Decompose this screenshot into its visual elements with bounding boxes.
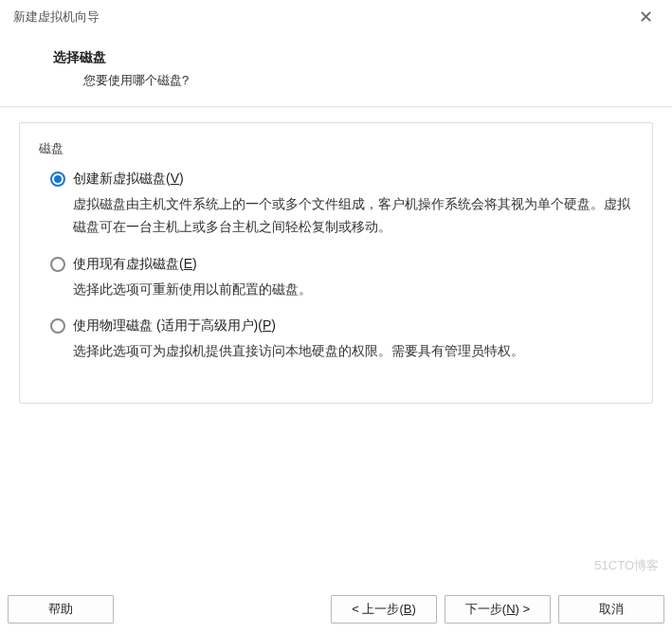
radio-icon xyxy=(50,318,65,334)
header-section: 选择磁盘 您要使用哪个磁盘? xyxy=(0,32,672,106)
titlebar: 新建虚拟机向导 ✕ xyxy=(0,0,672,32)
radio-description: 选择此选项可为虚拟机提供直接访问本地硬盘的权限。需要具有管理员特权。 xyxy=(73,340,633,363)
radio-option-physical: 使用物理磁盘 (适用于高级用户)(P) 选择此选项可为虚拟机提供直接访问本地硬盘… xyxy=(50,317,633,363)
radio-label: 创建新虚拟磁盘(V) xyxy=(73,171,184,188)
radio-label: 使用现有虚拟磁盘(E) xyxy=(73,256,197,273)
content-area: 磁盘 创建新虚拟磁盘(V) 虚拟磁盘由主机文件系统上的一个或多个文件组成，客户机… xyxy=(0,107,672,588)
page-subtitle: 您要使用哪个磁盘? xyxy=(83,72,634,89)
radio-icon xyxy=(50,257,65,272)
back-button[interactable]: < 上一步(B) xyxy=(331,595,437,624)
help-button[interactable]: 帮助 xyxy=(8,595,114,624)
radio-option-create-new: 创建新虚拟磁盘(V) 虚拟磁盘由主机文件系统上的一个或多个文件组成，客户机操作系… xyxy=(50,171,633,239)
footer-right: < 上一步(B) 下一步(N) > 取消 xyxy=(331,595,664,624)
disk-panel: 磁盘 创建新虚拟磁盘(V) 虚拟磁盘由主机文件系统上的一个或多个文件组成，客户机… xyxy=(19,122,653,404)
radio-create-new[interactable]: 创建新虚拟磁盘(V) xyxy=(50,171,633,188)
radio-use-existing[interactable]: 使用现有虚拟磁盘(E) xyxy=(50,256,633,273)
footer: 帮助 < 上一步(B) 下一步(N) > 取消 xyxy=(0,588,672,633)
cancel-button[interactable]: 取消 xyxy=(558,595,664,624)
radio-physical[interactable]: 使用物理磁盘 (适用于高级用户)(P) xyxy=(50,317,633,335)
next-button[interactable]: 下一步(N) > xyxy=(445,595,551,624)
radio-description: 虚拟磁盘由主机文件系统上的一个或多个文件组成，客户机操作系统会将其视为单个硬盘。… xyxy=(73,193,633,239)
radio-label: 使用物理磁盘 (适用于高级用户)(P) xyxy=(73,317,276,335)
close-icon[interactable]: ✕ xyxy=(633,7,659,27)
radio-group: 创建新虚拟磁盘(V) 虚拟磁盘由主机文件系统上的一个或多个文件组成，客户机操作系… xyxy=(39,171,633,363)
radio-description: 选择此选项可重新使用以前配置的磁盘。 xyxy=(73,279,633,301)
page-title: 选择磁盘 xyxy=(53,49,634,66)
window-title: 新建虚拟机向导 xyxy=(13,9,100,26)
radio-icon xyxy=(50,172,65,187)
panel-title: 磁盘 xyxy=(39,140,633,157)
radio-option-use-existing: 使用现有虚拟磁盘(E) 选择此选项可重新使用以前配置的磁盘。 xyxy=(50,256,633,301)
